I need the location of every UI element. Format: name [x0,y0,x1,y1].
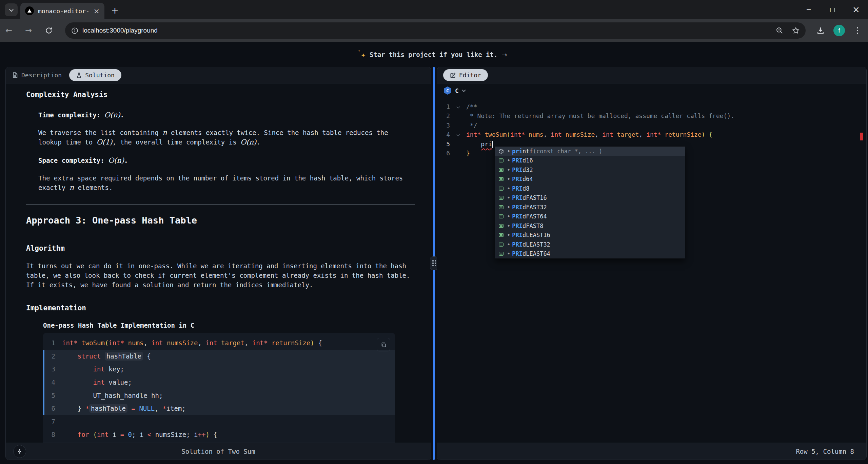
suggestion-item[interactable]: •PRIdFAST64 [495,212,685,221]
banner-text: Star this project if you like it. [370,51,498,58]
lightning-icon [17,448,23,455]
field-icon [498,176,504,182]
suggestion-item[interactable]: •PRIdFAST32 [495,202,685,212]
code-line: 5 UT_hash_handle hh; [43,389,395,402]
left-statusbar: Solution of Two Sum [6,443,431,460]
code-line: 1int* twoSum(int* nums, int numsSize, in… [43,336,395,350]
copy-code-button[interactable] [377,338,390,351]
tab-title: monaco-editor-lsp-next [38,7,90,15]
error-overview-marker [860,133,863,140]
flask-icon [76,72,82,78]
site-info-icon[interactable] [71,27,78,34]
suggestion-item[interactable]: •PRId32 [495,165,685,175]
code-line: 6 } *hashTable = NULL, *item; [43,402,395,415]
field-icon [498,214,504,219]
heading-complexity-analysis: Complexity Analysis [26,91,415,99]
vercel-favicon-icon [25,6,34,15]
quick-action-button[interactable] [13,445,26,458]
suggestion-item[interactable]: •PRIdFAST8 [495,221,685,231]
tab-solution[interactable]: Solution [69,69,121,81]
field-icon [498,186,504,191]
editor-panel: Editor C C 1/**2 * Note: The returned ar… [437,67,867,460]
minimize-button[interactable]: ─ [797,0,821,19]
close-button[interactable]: × [844,0,868,19]
field-icon [498,223,504,229]
chevron-down-icon[interactable] [462,88,466,92]
suggestion-item[interactable]: •PRIdFAST16 [495,193,685,203]
section-divider [26,204,415,205]
suggestion-item[interactable]: •printf(const char *, ... ) [495,147,685,156]
code-line: 4 int value; [43,376,395,389]
space-complexity-line: Space complexity: O(n). [38,156,415,165]
maximize-button[interactable]: □ [821,0,844,19]
avatar[interactable]: f [833,25,845,36]
browser-menu-button[interactable] [854,23,861,38]
tab-close-icon[interactable]: × [94,7,100,15]
forward-button[interactable]: → [20,19,37,42]
downloads-button[interactable] [812,19,829,42]
code-block-caption: One-pass Hash Table Implementation in C [43,322,415,329]
heading-algorithm: Algorithm [26,244,415,252]
field-icon [498,205,504,210]
suggestion-item[interactable]: •PRId8 [495,184,685,193]
heading-approach-3: Approach 3: One-pass Hash Table [26,215,415,231]
suggestion-item[interactable]: •PRIdLEAST32 [495,240,685,249]
tab-search-button[interactable] [5,3,18,16]
suggestion-item[interactable]: •PRIdLEAST16 [495,231,685,240]
reload-button[interactable] [40,19,58,42]
document-icon [12,72,18,78]
code-line: 8 for (int i = 0; i < numsSize; i++) { [43,428,395,441]
field-icon [498,158,504,163]
heading-implementation: Implementation [26,304,415,312]
editor-line[interactable]: 4int* twoSum(int* nums, int numsSize, in… [437,130,866,139]
problem-title: Solution of Two Sum [6,448,431,455]
star-banner[interactable]: ✦✦ Star this project if you like it. → [0,42,868,67]
address-bar[interactable]: localhost:3000/playground [65,22,806,39]
browser-toolbar: ← → localhost:3000/playground f [0,19,868,42]
suggestion-item[interactable]: •PRId64 [495,175,685,184]
time-complexity-paragraph: We traverse the list containing n elemen… [38,128,415,147]
download-icon [816,26,825,35]
suggestion-item[interactable]: •PRIdLEAST64 [495,249,685,259]
back-button[interactable]: ← [0,19,18,42]
field-icon [498,167,504,173]
zoom-out-icon[interactable] [776,27,783,34]
url-text[interactable]: localhost:3000/playground [82,27,776,34]
field-icon [498,195,504,200]
code-line: 7 [43,415,395,428]
editor-line[interactable]: 1/** [437,102,866,111]
chevron-down-icon [9,7,14,12]
window-controls: ─ □ × [797,0,868,19]
field-icon [498,242,504,247]
algorithm-paragraph: It turns out we can do it in one-pass. W… [26,261,415,290]
editor-line[interactable]: 2 * Note: The returned array must be mal… [437,111,866,120]
editor-line[interactable]: 3 */ [437,121,866,130]
language-bar: C C [437,83,866,98]
tab-description[interactable]: Description [12,72,62,79]
field-icon [498,251,504,256]
snippet-cube-icon [498,149,504,154]
reload-icon [45,27,53,34]
new-tab-button[interactable]: + [109,5,121,16]
solution-code-block-lines: 1int* twoSum(int* nums, int numsSize, in… [43,336,395,443]
copy-icon [381,342,387,348]
solution-panel: Description Solution Complexity Analysis… [5,67,431,460]
bookmark-star-icon[interactable] [792,27,800,34]
fold-chevron-icon[interactable] [456,105,460,109]
solution-document: Complexity Analysis Time complexity: O(n… [6,84,431,443]
field-icon [498,232,504,238]
fold-chevron-icon[interactable] [456,133,460,136]
edit-pencil-icon [450,72,456,78]
tab-editor[interactable]: Editor [443,69,488,81]
browser-tab[interactable]: monaco-editor-lsp-next × [20,3,104,19]
code-line: 2 struct hashTable { [43,350,395,363]
language-label: C [455,87,459,94]
sparkles-icon: ✦✦ [361,51,366,59]
solution-code-block: 1int* twoSum(int* nums, int numsSize, in… [43,333,395,443]
suggestion-item[interactable]: •PRId16 [495,156,685,166]
browser-tabstrip: monaco-editor-lsp-next × + ─ □ × [0,0,868,19]
space-complexity-paragraph: The extra space required depends on the … [38,173,415,192]
c-language-icon: C [444,86,451,95]
code-line: 3 int key; [43,363,395,376]
right-statusbar: Row 5, Column 8 [437,443,866,460]
